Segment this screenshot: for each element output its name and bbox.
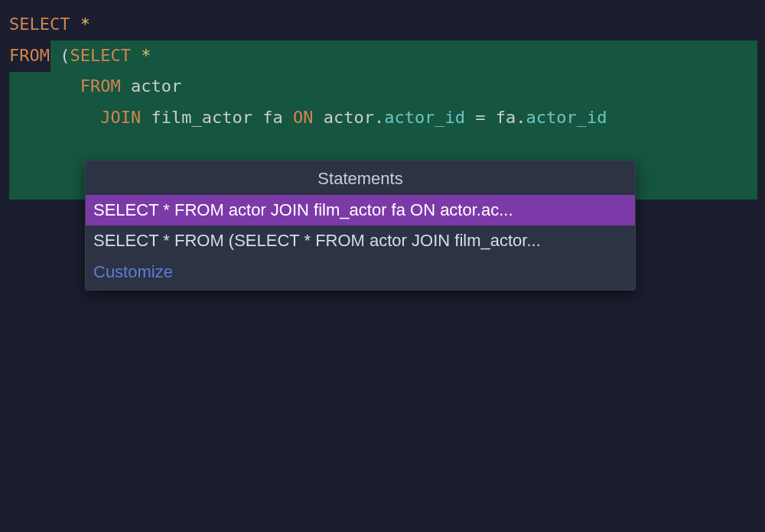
dot: . — [374, 108, 384, 127]
code-line[interactable]: JOIN film_actor fa ON actor.actor_id = f… — [9, 102, 756, 134]
column-name: actor_id — [526, 108, 607, 127]
star-wildcard: * — [80, 15, 90, 34]
code-line[interactable]: FROM (SELECT * — [9, 41, 756, 72]
code-line[interactable]: FROM actor — [9, 71, 756, 102]
dot: . — [516, 108, 526, 127]
keyword-select: SELECT — [9, 15, 70, 34]
table-ref: fa — [496, 108, 516, 127]
star-wildcard: * — [141, 46, 151, 65]
keyword-from: FROM — [80, 76, 121, 96]
keyword-from: FROM — [9, 46, 50, 65]
popup-item-statement[interactable]: SELECT * FROM actor JOIN film_actor fa O… — [86, 195, 635, 225]
keyword-join: JOIN — [100, 108, 141, 127]
table-ref: actor — [324, 108, 374, 127]
code-editor[interactable]: SELECT * FROM (SELECT * FROM actor JOIN … — [0, 0, 765, 143]
column-name: actor_id — [384, 108, 465, 127]
keyword-select: SELECT — [70, 46, 130, 65]
keyword-on: ON — [293, 108, 314, 127]
equals: = — [475, 108, 485, 127]
code-line[interactable]: SELECT * — [9, 9, 756, 41]
popup-header: Statements — [86, 161, 635, 195]
table-alias: fa — [262, 108, 283, 127]
statements-popup: Statements SELECT * FROM actor JOIN film… — [85, 161, 636, 290]
table-name: film_actor — [151, 108, 252, 127]
table-name: actor — [131, 76, 181, 96]
paren-open: ( — [60, 46, 70, 65]
popup-customize-link[interactable]: Customize — [86, 256, 635, 290]
popup-item-statement[interactable]: SELECT * FROM (SELECT * FROM actor JOIN … — [86, 225, 635, 256]
